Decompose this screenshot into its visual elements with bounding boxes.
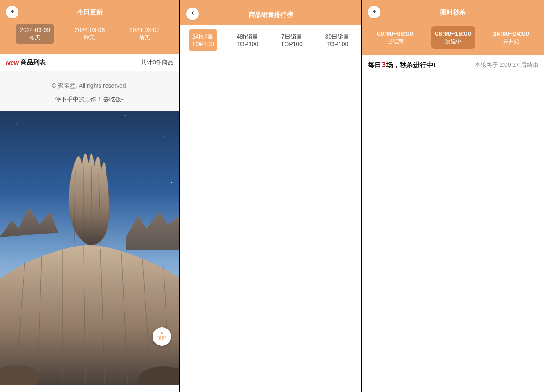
rank-tab-48h[interactable]: 48h销量 TOP100	[233, 29, 261, 51]
rank-tab-line2: TOP100	[192, 40, 214, 48]
time-tab-status: 已结束	[377, 38, 413, 45]
footer-tip: 停下手中的工作！ 去吃饭~	[4, 96, 175, 103]
date-tab-date: 2024-03-08	[75, 26, 105, 33]
footer-info: © 聚宝盆. All rights reserved. 停下手中的工作！ 去吃饭…	[0, 71, 179, 111]
svg-point-4	[125, 115, 126, 116]
promo-image	[0, 111, 179, 385]
rank-tab-line2: TOP100	[281, 40, 303, 48]
slogan-suffix: 场，秒杀进行中!	[386, 61, 435, 70]
svg-point-2	[16, 123, 17, 124]
panel-flash-sale: 限时秒杀 00:00~08:00 已结束 08:00~16:00 欢送中 16:…	[362, 0, 544, 392]
rank-tab-line2: TOP100	[236, 40, 258, 48]
date-tab-label: 前天	[129, 34, 160, 42]
date-tab-date: 2024-03-09	[20, 26, 50, 33]
page-title: 商品销量排行榜	[180, 0, 361, 19]
time-tab-morning[interactable]: 00:00~08:00 已结束	[373, 26, 417, 49]
date-tab-yesterday[interactable]: 2024-03-08 昨天	[71, 24, 109, 44]
seckill-subheader: 每日3场，秒杀进行中! 本轮将于 2:00:27 后结束	[362, 55, 544, 76]
back-button[interactable]	[6, 6, 18, 18]
rank-tabs: 24h销量 TOP100 48h销量 TOP100 7日销量 TOP100 30…	[182, 29, 359, 51]
back-button[interactable]	[186, 8, 199, 20]
rank-tab-line1: 48h销量	[236, 33, 258, 40]
list-title: 商品列表	[21, 58, 46, 66]
panel-today-updates: 今日更新 2024-03-09 今天 2024-03-08 昨天 2024-03…	[0, 0, 180, 392]
panel-sales-ranking: 商品销量排行榜 24h销量 TOP100 48h销量 TOP100 7日销量 T…	[180, 0, 362, 392]
rank-tab-line2: TOP100	[325, 40, 350, 48]
back-button[interactable]	[368, 6, 380, 18]
arrow-left-icon	[189, 10, 196, 18]
date-tab-today[interactable]: 2024-03-09 今天	[16, 24, 54, 44]
new-badge: New	[6, 59, 19, 66]
rank-tab-line1: 7日销量	[281, 33, 303, 40]
slogan-prefix: 每日	[368, 61, 381, 70]
date-tab-date: 2024-03-07	[129, 26, 160, 33]
date-tab-label: 昨天	[75, 34, 105, 42]
time-tab-time: 16:00~24:00	[493, 30, 529, 37]
time-tab-afternoon[interactable]: 08:00~16:00 欢送中	[431, 26, 475, 49]
time-tab-time: 00:00~08:00	[377, 30, 413, 37]
slogan-number: 3	[382, 61, 386, 69]
arrow-left-icon	[9, 8, 16, 16]
time-tab-time: 08:00~16:00	[435, 30, 471, 37]
rank-tab-30d[interactable]: 30日销量 TOP100	[322, 29, 353, 51]
list-header-left: New 商品列表	[6, 58, 46, 66]
svg-point-5	[163, 136, 164, 137]
scroll-top-label: 顶部	[157, 335, 166, 341]
rank-tabs-bar: 24h销量 TOP100 48h销量 TOP100 7日销量 TOP100 30…	[180, 25, 361, 55]
date-tabs: 2024-03-09 今天 2024-03-08 昨天 2024-03-07 前…	[0, 24, 179, 44]
list-count: 共计0件商品	[141, 59, 174, 66]
header-band: 商品销量排行榜	[180, 0, 361, 25]
time-tabs: 00:00~08:00 已结束 08:00~16:00 欢送中 16:00~24…	[362, 26, 544, 49]
rank-tab-line1: 30日销量	[325, 33, 350, 40]
header-band: 限时秒杀 00:00~08:00 已结束 08:00~16:00 欢送中 16:…	[362, 0, 544, 55]
rank-tab-7d[interactable]: 7日销量 TOP100	[277, 29, 306, 51]
svg-point-7	[176, 203, 176, 203]
arrow-left-icon	[371, 8, 377, 16]
list-header: New 商品列表 共计0件商品	[0, 54, 179, 71]
date-tab-daybefore[interactable]: 2024-03-07 前天	[125, 24, 164, 44]
rank-tab-24h[interactable]: 24h销量 TOP100	[189, 29, 217, 51]
svg-point-3	[50, 118, 50, 119]
scroll-top-button[interactable]: 顶部	[153, 327, 171, 346]
time-tab-evening[interactable]: 16:00~24:00 未开始	[489, 26, 533, 49]
page-title: 今日更新	[0, 0, 179, 16]
svg-point-6	[171, 182, 172, 183]
seckill-slogan: 每日3场，秒杀进行中!	[368, 61, 435, 70]
time-tab-status: 欢送中	[435, 38, 471, 45]
time-tab-status: 未开始	[493, 38, 529, 45]
rank-tab-line1: 24h销量	[192, 33, 214, 40]
page-title: 限时秒杀	[362, 0, 544, 16]
countdown-text: 本轮将于 2:00:27 后结束	[475, 61, 539, 69]
chevron-up-icon	[160, 332, 164, 334]
date-tab-label: 今天	[20, 34, 50, 42]
header-band: 今日更新 2024-03-09 今天 2024-03-08 昨天 2024-03…	[0, 0, 179, 54]
footer-copyright: © 聚宝盆. All rights reserved.	[4, 82, 175, 90]
